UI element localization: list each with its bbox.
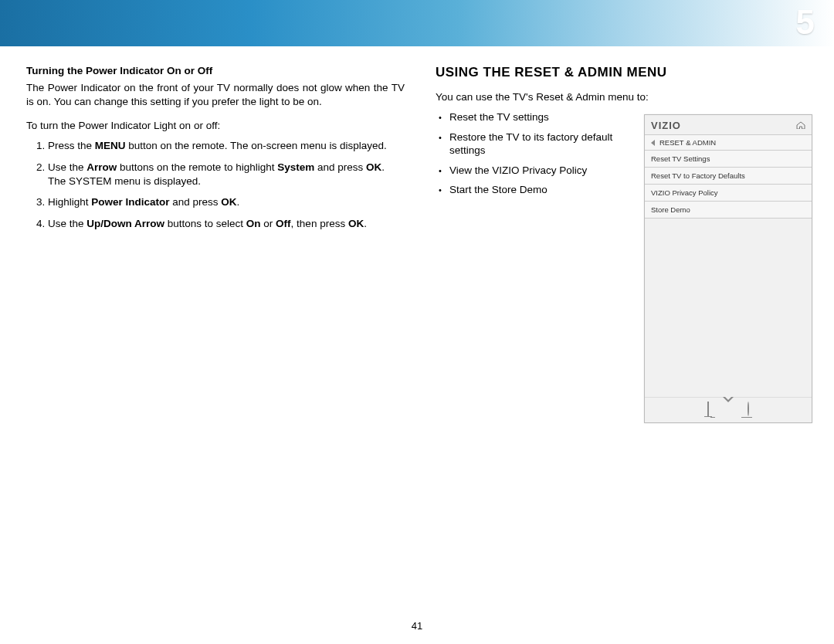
right-column: USING THE RESET & ADMIN MENU You can use… (436, 65, 808, 238)
chevron-down-icon[interactable] (723, 402, 734, 416)
settings-gear-icon[interactable] (748, 402, 749, 416)
reset-admin-title: USING THE RESET & ADMIN MENU (436, 65, 808, 80)
home-icon[interactable] (796, 120, 805, 131)
menu-item-reset-settings[interactable]: Reset TV Settings (645, 151, 812, 168)
power-indicator-steps: Press the MENU button on the remote. The… (26, 139, 405, 230)
menu-footer (645, 397, 812, 422)
power-indicator-heading: Turning the Power Indicator On or Off (26, 65, 405, 76)
step-1: Press the MENU button on the remote. The… (48, 139, 405, 153)
bullet-reset-settings: Reset the TV settings (449, 110, 636, 124)
menu-item-factory-defaults[interactable]: Reset TV to Factory Defaults (645, 168, 812, 185)
tv-menu-panel: VIZIO RESET & ADMIN Reset TV Settings Re… (644, 114, 812, 423)
reset-admin-bullets: Reset the TV settings Restore the TV to … (436, 110, 636, 197)
left-column: Turning the Power Indicator On or Off Th… (26, 65, 405, 238)
bullet-store-demo: Start the Store Demo (449, 183, 636, 197)
bullet-privacy-policy: View the VIZIO Privacy Policy (449, 164, 636, 178)
back-icon[interactable] (651, 140, 655, 146)
wide-mode-icon[interactable] (707, 402, 709, 416)
page-content: Turning the Power Indicator On or Off Th… (0, 46, 834, 238)
step-2: Use the Arrow buttons on the remote to h… (48, 161, 405, 188)
power-indicator-description: The Power Indicator on the front of your… (26, 81, 405, 109)
step-4: Use the Up/Down Arrow buttons to select … (48, 217, 405, 231)
menu-brand: VIZIO (651, 120, 681, 131)
chapter-number: 5 (796, 3, 815, 42)
reset-admin-intro: You can use the TV's Reset & Admin menu … (436, 91, 808, 103)
power-indicator-instruction: To turn the Power Indicator Light on or … (26, 120, 405, 131)
chapter-banner: 5 (0, 0, 834, 46)
menu-header: VIZIO (645, 115, 812, 134)
menu-item-privacy-policy[interactable]: VIZIO Privacy Policy (645, 185, 812, 202)
menu-breadcrumb[interactable]: RESET & ADMIN (645, 134, 812, 151)
step-3: Highlight Power Indicator and press OK. (48, 195, 405, 209)
breadcrumb-label: RESET & ADMIN (659, 138, 716, 147)
menu-body: Reset TV Settings Reset TV to Factory De… (645, 151, 812, 397)
page-number: 41 (412, 620, 422, 632)
bullet-factory-defaults: Restore the TV to its factory default se… (449, 130, 636, 158)
menu-item-store-demo[interactable]: Store Demo (645, 202, 812, 219)
